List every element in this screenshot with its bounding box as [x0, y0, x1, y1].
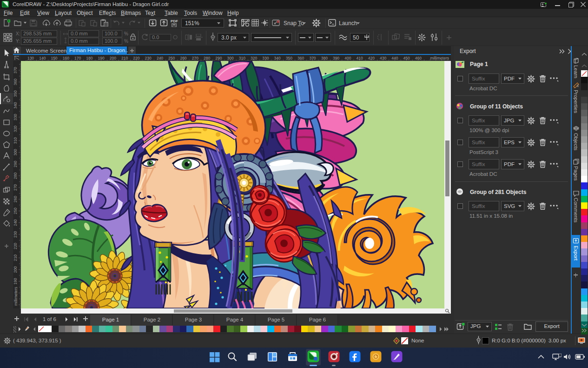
svg-text:230: 230	[13, 231, 18, 237]
svg-text:450: 450	[403, 56, 410, 60]
svg-text:190: 190	[98, 56, 105, 60]
svg-text:290: 290	[215, 56, 222, 60]
svg-text:350: 350	[286, 56, 292, 60]
svg-text:140: 140	[39, 56, 46, 60]
svg-text:280: 280	[204, 56, 210, 60]
svg-text:370: 370	[309, 56, 316, 60]
svg-text:430: 430	[380, 56, 386, 60]
svg-text:170: 170	[74, 56, 81, 60]
svg-text:160: 160	[63, 56, 69, 60]
svg-text:190: 190	[13, 278, 18, 284]
svg-text:370: 370	[13, 67, 18, 74]
svg-text:340: 340	[274, 56, 281, 60]
svg-text:240: 240	[13, 219, 18, 226]
svg-text:300: 300	[227, 56, 234, 60]
svg-text:270: 270	[192, 56, 198, 60]
svg-text:millimeters: millimeters	[430, 56, 449, 60]
svg-text:210: 210	[121, 56, 128, 60]
svg-text:460: 460	[415, 56, 422, 60]
svg-text:180: 180	[86, 56, 92, 60]
svg-text:240: 240	[157, 56, 163, 60]
svg-text:220: 220	[133, 56, 139, 60]
svg-text:380: 380	[321, 56, 328, 60]
svg-text:360: 360	[297, 56, 304, 60]
svg-text:270: 270	[13, 184, 18, 191]
svg-text:320: 320	[251, 56, 257, 60]
svg-text:260: 260	[13, 196, 18, 202]
svg-text:310: 310	[13, 137, 18, 144]
svg-text:260: 260	[180, 56, 186, 60]
svg-text:310: 310	[239, 56, 245, 60]
svg-text:410: 410	[357, 56, 363, 60]
svg-text:360: 360	[13, 79, 18, 85]
svg-text:millimeters: millimeters	[13, 287, 18, 306]
svg-text:320: 320	[13, 126, 18, 132]
svg-text:400: 400	[344, 56, 351, 60]
svg-text:250: 250	[168, 56, 175, 60]
svg-text:440: 440	[391, 56, 398, 60]
svg-text:150: 150	[51, 56, 57, 60]
svg-text:230: 230	[145, 56, 152, 60]
svg-text:280: 280	[13, 172, 18, 179]
svg-text:340: 340	[13, 102, 18, 108]
svg-text:420: 420	[368, 56, 375, 60]
svg-text:250: 250	[13, 207, 18, 214]
svg-text:330: 330	[262, 56, 269, 60]
svg-text:200: 200	[110, 56, 116, 60]
svg-text:210: 210	[13, 254, 18, 261]
svg-text:200: 200	[13, 266, 18, 273]
svg-text:330: 330	[13, 114, 18, 120]
svg-text:290: 290	[13, 161, 18, 167]
svg-text:390: 390	[333, 56, 339, 60]
svg-text:350: 350	[13, 90, 18, 97]
svg-text:130: 130	[27, 56, 34, 60]
svg-text:300: 300	[13, 149, 18, 155]
svg-text:220: 220	[13, 243, 18, 249]
